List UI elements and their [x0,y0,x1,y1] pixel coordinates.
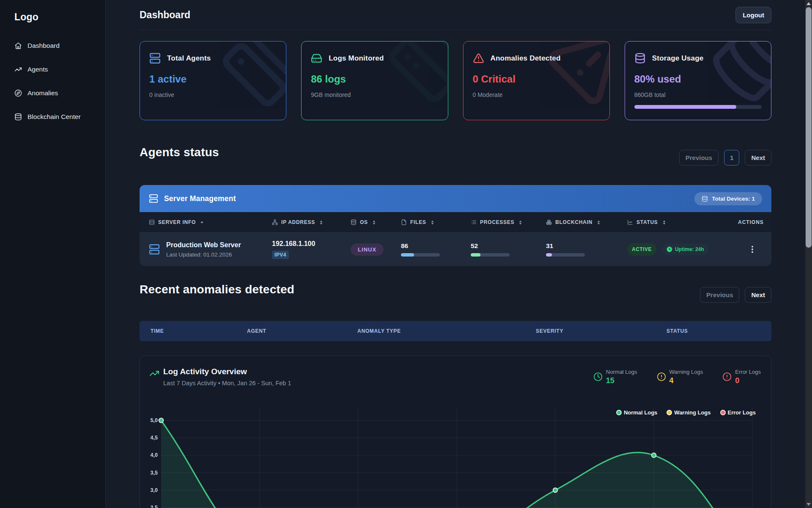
server-name: Production Web Server [166,241,241,249]
server-table-header: Server Info IP Address OS Files Processe [140,212,771,232]
warning-logs-stat: Warning Logs 4 [657,367,703,387]
sort-icon [596,220,601,225]
trending-up-icon [149,368,159,378]
sidebar-item-agents[interactable]: Agents [0,58,105,81]
column-header-status[interactable]: Status [627,219,738,225]
agents-pagination: Previous 1 Next [679,150,771,166]
blockchain-cell: 31 [546,242,627,257]
server-icon [149,52,161,64]
stat-card-anomalies-detected: Anomalies Detected 0 Critical 0 Moderate [463,41,610,120]
error-logs-label: Error Logs [735,369,761,375]
sidebar-item-blockchain-center[interactable]: Blockchain Center [0,105,105,129]
log-activity-card: Log Activity Overview Last 7 Days Activi… [140,356,771,508]
stat-card-subtitle: 0 Moderate [473,91,600,98]
log-activity-chart: 0,00,51,01,52,02,53,03,54,04,55,0Mon, Ja… [149,400,763,508]
logout-button[interactable]: Logout [735,7,771,23]
scrollbar-thumb[interactable] [806,7,812,248]
stat-card-subtitle: 9GB monitored [311,91,438,98]
svg-text:4,5: 4,5 [151,435,158,441]
error-logs-stat: Error Logs 0 [722,367,761,387]
stat-card-subtitle: 860GB total [634,91,762,98]
sidebar-item-anomalies[interactable]: Anomalies [0,81,105,105]
sidebar-item-dashboard[interactable]: Dashboard [0,34,105,58]
recent-anomalies-title: Recent anomalies detected [140,283,294,296]
storage-progress-fill [634,105,736,109]
sort-icon [661,220,667,225]
normal-logs-label: Normal Logs [606,369,637,375]
svg-text:3,5: 3,5 [151,470,158,476]
house-icon [14,42,22,50]
clock-filled-icon [667,246,672,252]
main-content: Dashboard Logout Total Agents 1 active 0… [106,0,805,508]
app-logo: Logo [0,0,105,23]
server-info-cell: Production Web Server Last Updated: 01.0… [149,241,272,258]
files-count: 86 [401,242,471,250]
stat-card-title: Logs Monitored [329,54,384,63]
column-header-actions: Actions [738,219,764,225]
agents-previous-button[interactable]: Previous [679,150,719,166]
error-logs-value: 0 [735,376,761,385]
server-table-row: Production Web Server Last Updated: 01.0… [140,232,771,266]
sidebar-item-label: Blockchain Center [27,113,81,121]
ipv4-badge: IPV4 [272,251,289,259]
chart-stats: Normal Logs 15 Warning Logs 4 Error Logs [593,367,762,387]
server-icon [149,194,158,203]
column-header-blockchain[interactable]: Blockchain [546,219,627,225]
stat-card-value: 0 Critical [473,73,600,85]
stat-card-value: 1 active [149,73,277,85]
svg-text:5,0: 5,0 [151,417,158,423]
server-management-title: Server Management [164,194,236,203]
agents-status-section-header: Agents status Previous 1 Next [140,146,771,163]
blockchain-progress-bar [546,253,585,257]
warning-logs-label: Warning Logs [669,369,703,375]
anomalies-table-header: Time Agent Anomaly Type Severity Status [140,321,771,341]
anomalies-previous-button[interactable]: Previous [700,287,739,303]
sort-icon [430,220,435,225]
scrollbar-down-button[interactable] [805,501,812,508]
sidebar: Logo Dashboard Agents Anomalies Blockcha… [0,0,106,508]
column-header-processes[interactable]: Processes [471,219,546,225]
rows-icon [149,219,155,225]
server-management-header: Server Management Total Devices: 1 [140,185,771,212]
anomalies-next-button[interactable]: Next [745,287,771,303]
column-header-server-info[interactable]: Server Info [149,219,272,225]
os-badge: LINUX [351,243,384,256]
stat-card-total-agents: Total Agents 1 active 0 inactive [140,41,286,120]
network-icon [272,219,278,225]
column-header-anomaly-type: Anomaly Type [357,328,536,334]
row-actions-menu-button[interactable] [748,244,757,255]
column-header-agent: Agent [247,328,357,334]
processes-progress-bar [471,253,510,257]
server-last-updated: Last Updated: 01.02.2026 [166,251,241,258]
stat-card-title: Storage Usage [652,54,704,63]
column-header-os[interactable]: OS [351,219,401,225]
sidebar-item-label: Dashboard [27,42,60,50]
sort-icon [371,220,377,225]
normal-logs-value: 15 [606,376,637,385]
os-cell: LINUX [351,243,401,256]
storage-progress-bar [634,105,762,109]
column-header-ip-address[interactable]: IP Address [272,219,351,225]
stat-cards: Total Agents 1 active 0 inactive Logs Mo… [140,41,771,120]
stat-card-logs-monitored: Logs Monitored 86 logs 9GB monitored [301,41,448,120]
chart-subtitle: Last 7 Days Activity • Mon, Jan 26 - Sun… [163,380,291,387]
processes-count: 52 [471,242,546,250]
scrollbar-up-button[interactable] [805,0,812,7]
page-scrollbar[interactable] [805,0,812,508]
stat-card-subtitle: 0 inactive [149,91,277,98]
warning-logs-value: 4 [669,376,703,385]
agents-next-button[interactable]: Next [745,150,771,166]
column-header-files[interactable]: Files [401,219,471,225]
status-cell: ACTIVE Uptime: 24h [627,243,738,256]
stat-card-value: 80% used [634,73,762,85]
sort-ascending-icon [199,220,205,225]
chart-icon [627,219,633,225]
column-header-severity: Severity [536,328,667,334]
sidebar-item-label: Agents [27,66,48,73]
hard-drive-icon [311,52,322,64]
list-icon [471,219,477,225]
files-cell: 86 [401,242,471,257]
svg-text:4,0: 4,0 [151,452,158,458]
ip-address: 192.168.1.100 [272,240,351,248]
agents-page-1-button[interactable]: 1 [724,150,739,166]
